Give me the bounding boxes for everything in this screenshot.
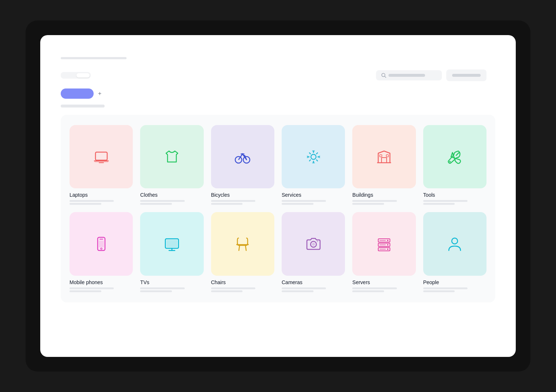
gallery-container: Laptops Clothes Bicycles: [61, 115, 495, 302]
item-label-chairs: Chairs: [211, 279, 226, 285]
item-meta-bar2-bicycles: [211, 203, 243, 205]
search-bar[interactable]: [376, 70, 442, 80]
icon-card-mobile-phones[interactable]: [70, 212, 133, 275]
filters-row: +: [61, 88, 495, 99]
svg-point-9: [311, 154, 316, 159]
gallery-item-buildings[interactable]: Buildings: [352, 125, 416, 205]
icon-card-tools[interactable]: [423, 125, 487, 188]
item-meta-bar-laptops: [70, 200, 114, 202]
item-label-clothes: Clothes: [140, 192, 157, 198]
action-btn-inner: [452, 74, 481, 77]
svg-point-31: [387, 249, 388, 250]
icon-card-bicycles[interactable]: [211, 125, 274, 188]
item-label-servers: Servers: [352, 279, 370, 285]
item-label-mobile-phones: Mobile phones: [70, 279, 103, 285]
svg-line-1: [385, 76, 386, 78]
svg-point-24: [312, 243, 315, 246]
item-label-laptops: Laptops: [70, 192, 88, 198]
gallery-item-servers[interactable]: Servers: [352, 212, 416, 292]
svg-rect-4: [94, 161, 108, 162]
item-meta-bar2-services: [282, 203, 313, 205]
item-meta-bar-tools: [423, 200, 467, 202]
icon-card-servers[interactable]: [352, 212, 416, 275]
icon-card-services[interactable]: [282, 125, 345, 188]
svg-point-35: [452, 238, 458, 244]
item-meta-bar-chairs: [211, 287, 255, 289]
toolbar: [61, 69, 495, 81]
item-label-cameras: Cameras: [282, 279, 303, 285]
svg-point-30: [387, 244, 388, 246]
item-meta-bar-buildings: [352, 200, 397, 202]
item-meta-bar2-people: [423, 290, 455, 292]
tab-gallery[interactable]: [76, 73, 90, 78]
gallery-item-bicycles[interactable]: Bicycles: [211, 125, 274, 205]
gallery-item-tvs[interactable]: TVs: [140, 212, 203, 292]
item-meta-bar2-cameras: [282, 290, 313, 292]
item-meta-bar2-chairs: [211, 290, 243, 292]
icon-card-clothes[interactable]: [140, 125, 203, 188]
filter-label-bar: [61, 105, 105, 108]
svg-point-17: [101, 248, 102, 249]
icon-card-cameras[interactable]: [282, 212, 345, 275]
gallery-item-clothes[interactable]: Clothes: [140, 125, 203, 205]
title-underline: [61, 57, 127, 59]
item-meta-bar-mobile-phones: [70, 287, 114, 289]
create-filter-button[interactable]: +: [98, 90, 103, 97]
item-label-people: People: [423, 279, 439, 285]
icon-card-laptops[interactable]: [70, 125, 133, 188]
view-tabs: [61, 72, 91, 79]
more-options-button[interactable]: [491, 74, 495, 77]
item-meta-bar2-buildings: [352, 203, 384, 205]
item-label-buildings: Buildings: [352, 192, 373, 198]
device-frame: + Laptops Clothes: [26, 20, 530, 372]
item-meta-bar2-mobile-phones: [70, 290, 101, 292]
search-placeholder: [388, 74, 425, 77]
gallery-item-mobile-phones[interactable]: Mobile phones: [70, 212, 133, 292]
svg-rect-12: [380, 155, 382, 157]
item-label-bicycles: Bicycles: [211, 192, 230, 198]
plus-icon: +: [98, 90, 101, 97]
svg-rect-11: [382, 158, 387, 163]
item-meta-bar-bicycles: [211, 200, 255, 202]
item-meta-bar2-clothes: [140, 203, 172, 205]
gallery-grid: Laptops Clothes Bicycles: [70, 125, 487, 292]
item-meta-bar-servers: [352, 287, 397, 289]
icon-card-people[interactable]: [423, 212, 487, 275]
svg-rect-13: [386, 155, 388, 157]
icon-card-tvs[interactable]: [140, 212, 203, 275]
gallery-item-tools[interactable]: Tools: [423, 125, 487, 205]
toolbar-right: [376, 69, 495, 81]
item-label-services: Services: [282, 192, 301, 198]
item-meta-bar-people: [423, 287, 467, 289]
icon-card-chairs[interactable]: [211, 212, 274, 275]
gallery-item-chairs[interactable]: Chairs: [211, 212, 274, 292]
svg-point-25: [317, 241, 318, 242]
item-meta-bar2-tvs: [140, 290, 172, 292]
item-meta-bar-tvs: [140, 287, 184, 289]
svg-rect-22: [166, 240, 177, 247]
app-window: + Laptops Clothes: [40, 35, 516, 357]
item-meta-bar2-tools: [423, 203, 455, 205]
svg-point-29: [387, 240, 388, 241]
gallery-item-services[interactable]: Services: [282, 125, 345, 205]
item-label-tvs: TVs: [140, 279, 149, 285]
item-label-tools: Tools: [423, 192, 435, 198]
svg-rect-5: [99, 162, 104, 163]
tab-list-view[interactable]: [62, 73, 75, 78]
item-meta-bar-clothes: [140, 200, 184, 202]
icon-card-buildings[interactable]: [352, 125, 416, 188]
active-filter-chip[interactable]: [61, 88, 94, 99]
item-meta-bar2-servers: [352, 290, 384, 292]
svg-point-8: [242, 153, 243, 155]
item-meta-bar2-laptops: [70, 203, 101, 205]
svg-rect-18: [99, 241, 104, 247]
svg-point-14: [449, 161, 451, 162]
search-icon: [381, 73, 386, 78]
gallery-item-laptops[interactable]: Laptops: [70, 125, 133, 205]
svg-rect-2: [95, 152, 107, 160]
item-meta-bar-services: [282, 200, 326, 202]
gallery-item-people[interactable]: People: [423, 212, 487, 292]
item-meta-bar-cameras: [282, 287, 326, 289]
gallery-item-cameras[interactable]: Cameras: [282, 212, 345, 292]
action-button[interactable]: [446, 69, 487, 81]
